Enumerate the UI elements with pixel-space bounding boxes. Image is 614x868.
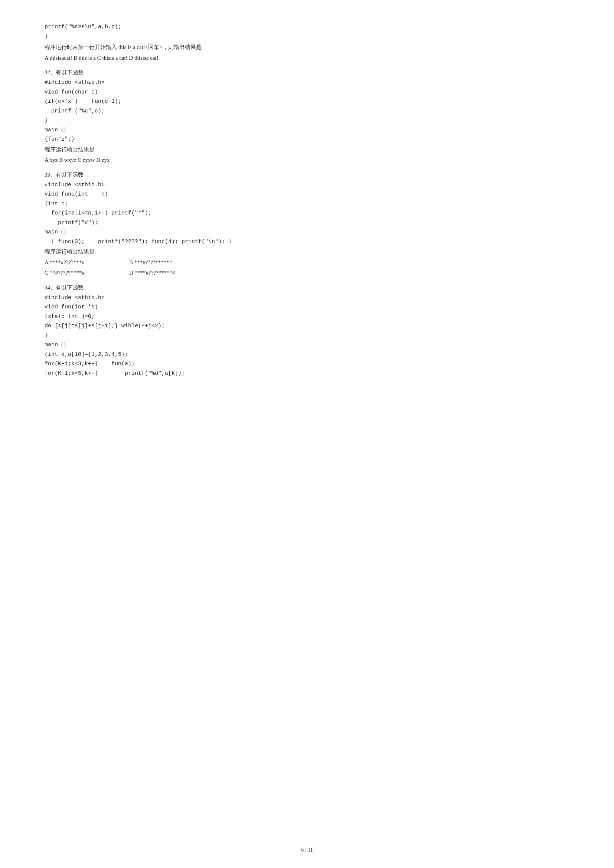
code-line-2: } bbox=[45, 32, 569, 42]
q31-input-description: 程序运行时从第一行开始输入 this is a cat!<回车>，则输出结果是 bbox=[45, 42, 569, 53]
page-number: 6 / 11 bbox=[301, 847, 313, 853]
q32-title: 32、有以下函数 bbox=[45, 67, 569, 78]
q31-options: A thisisacat! B this is a C thisis a cat… bbox=[45, 53, 569, 64]
q34-include: #include <sthio.h> bbox=[45, 293, 569, 303]
code-printf: printf("%s%s\n",a,b,c); } bbox=[45, 22, 569, 41]
q33-include: #include <sthio.h> bbox=[45, 180, 569, 190]
q32-main-body: {fun"z";} bbox=[45, 135, 569, 144]
q34-title: 34、有以下函数 bbox=[45, 282, 569, 293]
q34-for2: for(K+1;k<5;k++) printf("%d",a[k]); bbox=[45, 369, 569, 378]
q34-block: 34、有以下函数 #include <sthio.h> viod fun(int… bbox=[45, 282, 569, 378]
q34-static: {staic int j=0; bbox=[45, 312, 569, 322]
q32-if: {if(c>'x') fun(c-1); bbox=[45, 97, 569, 107]
q33-title: 33、有以下函数 bbox=[45, 169, 569, 180]
q34-main: main（） bbox=[45, 340, 569, 350]
q33-func-sig: viod func(int n) bbox=[45, 190, 569, 199]
main-content: printf("%s%s\n",a,b,c); } 程序运行时从第一行开始输入 … bbox=[45, 22, 569, 378]
q32-result-label: 程序运行输出结果是 bbox=[45, 144, 569, 155]
q32-func-sig: viod fun(char c) bbox=[45, 88, 569, 97]
q33-main-body: { func(3); printf("????"); func(4); prin… bbox=[45, 237, 569, 247]
q33-printf-hash: printf("#"); bbox=[45, 218, 569, 228]
q32-block: 32、有以下函数 #include <sthio.h> viod fun(cha… bbox=[45, 67, 569, 166]
q32-main: main（） bbox=[45, 126, 569, 135]
page-footer: 6 / 11 bbox=[45, 847, 569, 853]
q33-main: main（） bbox=[45, 228, 569, 237]
q34-int-decl: {int k,a[10]={1,2,3,4,5}; bbox=[45, 350, 569, 360]
q33-open: {int i; bbox=[45, 199, 569, 209]
q34-for1: for(K+1;k<3;k++) fun(a); bbox=[45, 359, 569, 369]
q34-func-sig: viod fun(int *s) bbox=[45, 302, 569, 312]
q32-close: } bbox=[45, 116, 569, 126]
q33-option-d: D ****#????*****# bbox=[129, 268, 175, 278]
q33-result-label: 程序运行输出结果是 bbox=[45, 246, 569, 257]
code-line-1: printf("%s%s\n",a,b,c); bbox=[45, 22, 569, 32]
q32-printf: printf ("%c",c); bbox=[45, 107, 569, 116]
q32-include: #include <sthio.h> bbox=[45, 78, 569, 88]
q34-close: } bbox=[45, 331, 569, 341]
q33-option-c: C **#????*****# bbox=[45, 268, 85, 278]
q33-option-b: B ***#????*****# bbox=[129, 257, 172, 268]
q34-do: do {s[j]=s[j]+s[j+1];} wihle(++j<2); bbox=[45, 321, 569, 331]
q32-options: A xyz B wxyz C zyxw D zyx bbox=[45, 155, 569, 166]
q33-option-a: A ****#????***# bbox=[45, 257, 85, 268]
q33-block: 33、有以下函数 #include <sthio.h> viod func(in… bbox=[45, 169, 569, 278]
q31-description: 程序运行时从第一行开始输入 this is a cat!<回车>，则输出结果是 … bbox=[45, 42, 569, 63]
q33-for: for(i=0;i<=n;i++) printf("*"); bbox=[45, 209, 569, 218]
